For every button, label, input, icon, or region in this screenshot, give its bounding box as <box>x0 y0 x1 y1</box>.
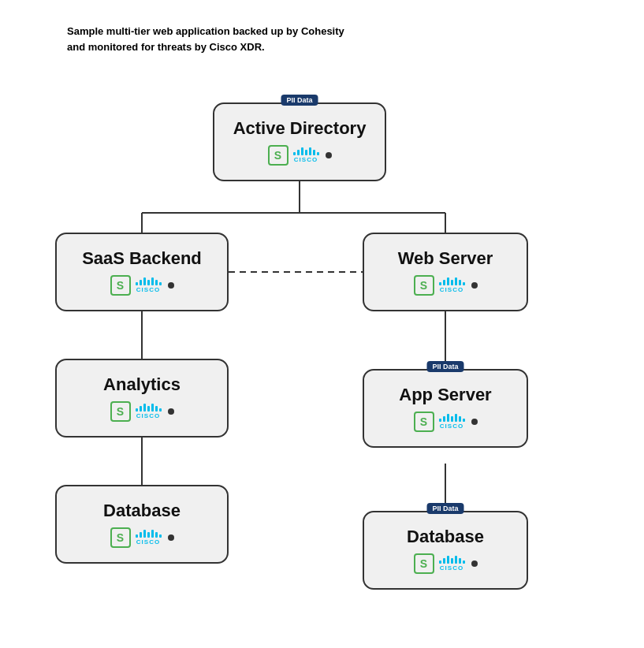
cisco-text-web: CISCO <box>440 286 463 293</box>
cisco-text: CISCO <box>294 156 318 163</box>
saas-backend-node[interactable]: SaaS Backend S CISCO <box>55 233 229 311</box>
cohesity-logo: S <box>268 145 288 166</box>
app-server-pii-badge: PII Data <box>426 361 463 372</box>
cisco-bars <box>293 147 319 155</box>
web-server-footer: S CISCO <box>406 272 486 304</box>
database-right-footer: S CISCO <box>406 550 486 582</box>
cisco-bars-analytics <box>136 404 162 412</box>
active-directory-title: Active Directory <box>221 110 379 142</box>
web-server-node[interactable]: Web Server S CISCO <box>363 233 528 311</box>
cisco-text-app: CISCO <box>440 423 463 430</box>
database-right-pii-badge: PII Data <box>426 503 463 514</box>
cohesity-logo-saas: S <box>110 275 131 296</box>
app-server-footer: S CISCO <box>406 408 486 440</box>
saas-backend-footer: S CISCO <box>102 272 182 304</box>
cisco-text-db-left: CISCO <box>136 538 160 546</box>
cisco-logo-db-right: CISCO <box>439 556 465 572</box>
analytics-title: Analytics <box>91 367 193 398</box>
description-line2: and monitored for threats by Cisco XDR. <box>67 41 265 53</box>
cohesity-logo-web: S <box>414 275 434 296</box>
cisco-text-saas: CISCO <box>136 286 160 293</box>
analytics-node[interactable]: Analytics S CISCO <box>55 359 229 438</box>
cisco-bars-db-right <box>439 556 465 564</box>
cohesity-logo-db-right: S <box>414 553 434 574</box>
database-right-node[interactable]: PII Data Database S CISCO <box>363 511 528 590</box>
cisco-text-db-right: CISCO <box>440 564 463 572</box>
cisco-logo-saas: CISCO <box>136 277 162 293</box>
cisco-bars-web <box>439 277 465 285</box>
active-directory-pii-badge: PII Data <box>281 95 318 106</box>
app-server-node[interactable]: PII Data App Server S CISCO <box>363 369 528 448</box>
saas-backend-title: SaaS Backend <box>69 240 214 272</box>
cisco-logo-app: CISCO <box>439 414 465 430</box>
cisco-logo-analytics: CISCO <box>136 404 162 419</box>
dot-app <box>471 419 478 425</box>
analytics-footer: S CISCO <box>102 398 182 430</box>
description-line1: Sample multi-tier web application backed… <box>67 25 344 37</box>
active-directory-node[interactable]: PII Data Active Directory S CISCO <box>213 102 386 181</box>
web-server-title: Web Server <box>385 240 506 272</box>
dot-web <box>471 282 478 289</box>
cisco-logo: CISCO <box>293 147 319 163</box>
database-left-title: Database <box>91 493 193 524</box>
database-right-title: Database <box>394 519 497 550</box>
dot-db-left <box>168 534 174 541</box>
active-directory-footer: S CISCO <box>260 142 340 173</box>
cohesity-logo-db-left: S <box>110 527 131 548</box>
cisco-bars-db-left <box>136 530 162 538</box>
cisco-logo-db-left: CISCO <box>136 530 162 546</box>
app-server-title: App Server <box>386 377 504 408</box>
cisco-bars-app <box>439 414 465 422</box>
cisco-text-analytics: CISCO <box>136 412 160 419</box>
dot-db-right <box>471 560 478 567</box>
page-description: Sample multi-tier web application backed… <box>67 24 344 54</box>
cisco-bars-saas <box>136 277 162 285</box>
dot-saas <box>168 282 174 289</box>
cohesity-logo-app: S <box>414 412 434 432</box>
dot-indicator <box>326 152 332 158</box>
database-left-footer: S CISCO <box>102 524 182 556</box>
cohesity-logo-analytics: S <box>110 401 131 422</box>
cisco-logo-web: CISCO <box>439 277 465 293</box>
database-left-node[interactable]: Database S CISCO <box>55 485 229 564</box>
dot-analytics <box>168 408 174 415</box>
